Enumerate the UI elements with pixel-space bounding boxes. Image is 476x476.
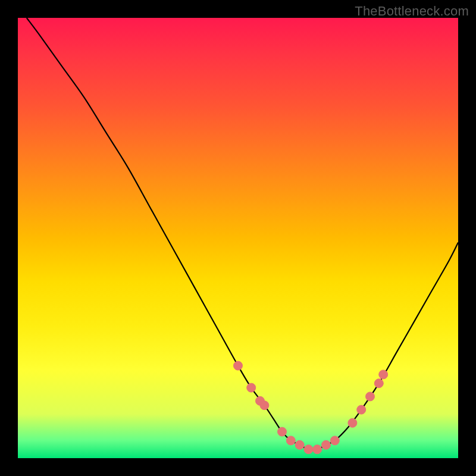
highlight-dot (234, 361, 243, 370)
highlight-dot (374, 379, 383, 388)
highlight-dot (260, 401, 269, 410)
highlight-dot (366, 392, 375, 401)
highlight-dot (278, 427, 287, 436)
highlight-dot (286, 436, 295, 445)
bottleneck-curve (18, 18, 458, 458)
highlight-dot (357, 405, 366, 414)
highlight-dot (313, 445, 322, 454)
bottleneck-chart (18, 18, 458, 458)
highlight-dot (304, 445, 313, 454)
highlight-dot (256, 396, 265, 405)
highlight-dot (295, 440, 304, 449)
highlight-dot (348, 418, 357, 427)
highlight-dot (247, 383, 256, 392)
highlight-dot (322, 440, 331, 449)
highlight-dot (330, 436, 339, 445)
highlight-dot (379, 370, 388, 379)
watermark-label: TheBottleneck.com (355, 4, 469, 19)
